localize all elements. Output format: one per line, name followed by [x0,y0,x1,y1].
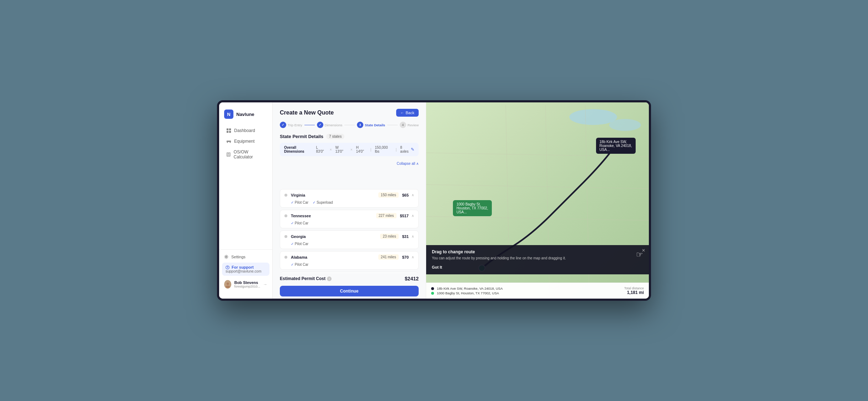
state-cost-tennessee: $517 [400,214,409,218]
drag-title: Drag to change route [432,249,632,254]
edit-icon[interactable]: ✎ [411,147,414,152]
sidebar-item-settings[interactable]: Settings [219,253,272,261]
state-row-alabama: Alabama 241 miles $70 ∧ ✓ Pilot Car [280,251,419,270]
state-header-tennessee[interactable]: Tennessee 227 miles $517 ∧ [280,210,418,221]
map-panel: 18b Kirk Ave SW, Roanoke, VA 24018, USA.… [426,102,649,299]
sidebar-item-equipment[interactable]: Equipment [221,136,270,146]
close-overlay-icon[interactable]: ✕ [642,248,645,253]
dim-length: L 83'0" [316,146,326,153]
step-2: ✓ Dimensions [317,122,343,128]
svg-point-20 [569,109,617,125]
sidebar-label-dashboard: Dashboard [234,128,255,133]
logout-icon[interactable]: → [263,282,267,287]
state-row-georgia: Georgia 23 miles $31 ∧ ✓ Pilot Car [280,230,419,249]
sidebar-label-oscalc: OS/OW Calculator [234,149,265,159]
section-header: State Permit Details 7 states [280,134,419,139]
distance-label: Total distance [624,286,644,290]
state-detail-tennessee: ✓ Pilot Car [280,221,418,228]
state-miles-georgia: 23 miles [380,234,398,239]
info-icon: i [327,276,332,281]
state-header-virginia[interactable]: Virginia 150 miles $65 ∧ [280,189,418,200]
user-info: Bob Stevens forestgump2010... [234,280,260,288]
sidebar-item-oscalc[interactable]: OS/OW Calculator [221,147,270,162]
continue-button[interactable]: Continue [280,286,419,296]
dim-width: W 13'0" [335,146,347,153]
svg-rect-6 [230,142,231,143]
step-2-circle: ✓ [317,122,323,128]
svg-rect-5 [227,142,228,143]
support-email: support@navlune.com [226,269,266,273]
svg-rect-1 [229,128,231,130]
svg-line-24 [426,217,649,220]
state-detail-alabama: ✓ Pilot Car [280,263,418,269]
user-name: Bob Stevens [234,280,260,285]
tooltip-dest-line3: USA... [600,148,632,152]
laptop-frame: N Navlune Dashboard Equi [217,100,651,301]
step-3-circle: 3 [357,122,363,128]
step-line-2 [344,125,355,125]
bottom-cost-area: Estimated Permit Cost i $2412 Continue [273,273,426,299]
state-detail-virginia: ✓ Pilot Car ✓ Superload [280,200,418,207]
state-row-virginia: Virginia 150 miles $65 ∧ ✓ Pilot Car ✓ S… [280,189,419,208]
svg-rect-4 [227,141,231,142]
distance-value: 1,181 mi [624,290,644,295]
svg-rect-2 [227,131,228,133]
state-cost-virginia: $65 [402,193,409,197]
sidebar: N Navlune Dashboard Equi [219,102,273,299]
dashboard-icon [226,128,231,133]
map-background: 18b Kirk Ave SW, Roanoke, VA 24018, USA.… [426,102,649,299]
svg-rect-14 [229,155,230,156]
dim-height: H 14'0" [356,146,367,153]
svg-rect-11 [229,154,230,155]
sidebar-bottom: Settings For support support@navlune.com [219,249,272,294]
user-email: forestgump2010... [234,285,260,288]
total-distance: Total distance 1,181 mi [624,286,644,295]
svg-point-18 [227,283,229,285]
svg-point-21 [609,119,641,131]
svg-rect-9 [227,154,228,155]
step-4-circle: 4 [400,122,406,128]
state-name-georgia: Georgia [291,234,380,239]
back-button[interactable]: ← Back [396,109,419,117]
settings-icon [224,255,228,259]
state-header-alabama[interactable]: Alabama 241 miles $70 ∧ [280,252,418,263]
state-row-tennessee: Tennessee 227 miles $517 ∧ ✓ Pilot Car [280,210,419,228]
chevron-icon-alabama: ∧ [412,255,414,259]
step-line-3 [387,125,398,125]
map-tooltip-origin: 1000 Bagby St, Houston, TX 77002, USA... [453,200,492,216]
svg-rect-3 [229,131,231,133]
state-header-georgia[interactable]: Georgia 23 miles $31 ∧ [280,231,418,242]
sidebar-item-support[interactable]: For support support@navlune.com [222,263,269,276]
svg-point-15 [226,256,227,258]
svg-point-19 [226,285,230,288]
got-it-button[interactable]: Got It [432,265,442,269]
calculator-icon [226,152,231,157]
step-1-circle: ✓ [280,122,286,128]
settings-label: Settings [231,255,246,259]
user-avatar [224,280,231,289]
dim-weight: 150,000 lbs [375,146,392,153]
state-miles-tennessee: 227 miles [376,213,397,218]
state-rows-scroll[interactable]: Virginia 150 miles $65 ∧ ✓ Pilot Car ✓ S… [273,189,426,273]
state-miles-virginia: 150 miles [378,192,399,198]
step-3: 3 State Details [357,122,385,128]
state-name-virginia: Virginia [291,193,378,197]
state-cost-georgia: $31 [402,234,409,239]
drag-content: Drag to change route You can adjust the … [432,249,632,270]
tooltip-origin-line2: Houston, TX 77002, [456,206,488,210]
route-points: 18b Kirk Ave SW, Roanoke, VA 24018, USA … [431,286,624,296]
state-miles-alabama: 241 miles [378,254,399,260]
step-1-label: Trip Entry [288,123,302,127]
state-dot-virginia [284,194,287,197]
sidebar-item-dashboard[interactable]: Dashboard [221,126,270,136]
collapse-all-link[interactable]: Collapse all ∧ [397,162,419,166]
drag-desc: You can adjust the route by pressing and… [432,256,632,261]
user-profile[interactable]: Bob Stevens forestgump2010... → [219,277,272,291]
step-4: 4 Review [400,122,419,128]
dimensions-label: Overall Dimensions [284,146,316,153]
state-name-tennessee: Tennessee [291,214,376,218]
map-bottom-bar: 18b Kirk Ave SW, Roanoke, VA 24018, USA … [426,283,649,299]
svg-rect-12 [227,155,228,156]
chevron-icon-virginia: ∧ [412,193,414,197]
tooltip-origin-line3: USA... [456,210,488,214]
